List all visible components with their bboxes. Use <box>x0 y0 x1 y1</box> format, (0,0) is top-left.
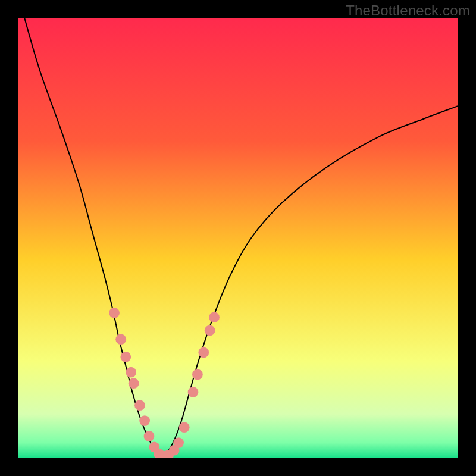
marker-dot <box>173 437 184 448</box>
marker-dot <box>120 352 131 362</box>
marker-dot <box>179 422 190 433</box>
plot-area <box>18 18 458 458</box>
marker-dot <box>134 400 145 411</box>
marker-dot <box>109 308 120 318</box>
marker-dot <box>205 325 215 336</box>
marker-dot <box>129 378 139 389</box>
watermark-text: TheBottleneck.com <box>346 2 470 19</box>
marker-dot <box>198 347 209 358</box>
marker-dot <box>188 387 199 397</box>
marker-dot <box>126 367 136 378</box>
marker-dot <box>115 334 126 345</box>
marker-dot <box>192 369 203 380</box>
chart-frame: TheBottleneck.com <box>0 0 476 476</box>
plot-svg <box>18 18 458 458</box>
marker-dot <box>144 431 155 441</box>
marker-dot <box>139 415 150 426</box>
gradient-background <box>18 18 458 458</box>
marker-dot <box>209 312 220 322</box>
